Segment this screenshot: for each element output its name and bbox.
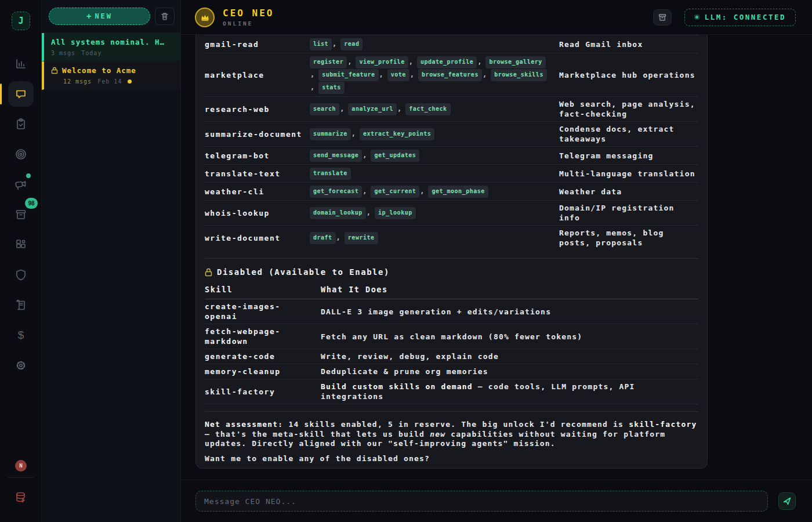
sidebar-item-inbox[interactable]: 98 — [8, 202, 34, 227]
disabled-skill-row: skill-factoryBuild custom skills on dema… — [205, 379, 698, 404]
skill-name: research-web — [205, 104, 310, 114]
composer — [181, 480, 812, 522]
sidebar-item-logs[interactable] — [8, 292, 34, 318]
conversation-title: All systems nominal. H… — [51, 38, 175, 46]
chat-list-panel: + NEW All systems nominal. H…3 msgsToday… — [42, 0, 181, 522]
skill-commands: summarize,extract_key_points — [310, 128, 559, 140]
send-button[interactable] — [778, 492, 796, 510]
command-tag: domain_lookup — [310, 207, 366, 219]
chat-icon — [14, 87, 28, 101]
command-tag: update_profile — [417, 56, 477, 68]
dollar-icon: $ — [18, 329, 24, 342]
skill-row: write-documentdraft,rewriteReports, memo… — [205, 225, 698, 250]
sidebar-item-shield[interactable] — [8, 262, 34, 288]
skill-commands: send_message,get_updates — [310, 149, 559, 162]
scroll-icon — [14, 298, 28, 312]
disabled-skill-row: fetch-webpage-markdownFetch any URL as c… — [205, 324, 698, 349]
followup-text: Want me to enable any of the disabled on… — [205, 454, 698, 463]
skill-name: fetch-webpage-markdown — [205, 327, 321, 346]
send-icon — [782, 496, 792, 506]
active-indicator — [0, 84, 2, 104]
skill-row: translate-texttranslateMulti-language tr… — [205, 164, 698, 182]
skill-description: Write, review, debug, explain code — [321, 351, 698, 361]
skill-commands: domain_lookup,ip_lookup — [310, 206, 559, 219]
disabled-skill-row: memory-cleanupDeduplicate & prune org me… — [205, 364, 698, 379]
message-input[interactable] — [195, 491, 768, 512]
command-tag: get_forecast — [310, 186, 362, 198]
command-tag: translate — [310, 168, 351, 180]
command-tag: search — [310, 103, 339, 115]
sidebar-item-chat[interactable] — [8, 81, 34, 107]
secondary-avatar[interactable]: N — [15, 460, 27, 472]
sidebar-item-camera[interactable] — [8, 172, 34, 197]
sidebar-item-billing[interactable]: $ — [8, 322, 34, 348]
shield-icon — [14, 268, 28, 282]
command-tag: list — [310, 38, 332, 50]
command-tag: get_updates — [371, 150, 419, 162]
sidebar-item-analytics[interactable] — [8, 51, 34, 77]
agent-avatar[interactable] — [195, 8, 215, 27]
command-tag: read — [340, 38, 362, 50]
skill-name: translate-text — [205, 169, 310, 179]
command-tag: browse_features — [418, 69, 482, 81]
lock-icon — [51, 67, 58, 74]
command-tag: view_profile — [356, 56, 408, 68]
disabled-table-header: Skill What It Does — [205, 281, 698, 299]
delete-chat-button[interactable] — [155, 8, 175, 25]
skill-commands: draft,rewrite — [310, 231, 559, 244]
skill-row: summarize-documentsummarize,extract_key_… — [205, 121, 698, 146]
skill-row: research-websearch,analyze_url,fact_chec… — [205, 96, 698, 121]
conversation-item[interactable]: All systems nominal. H…3 msgsToday — [42, 33, 180, 61]
skill-description: Deduplicate & prune org memories — [321, 367, 698, 376]
new-chat-button[interactable]: + NEW — [49, 8, 150, 25]
skill-row: gmail-readlist,readRead Gmail inbox — [205, 35, 698, 53]
sidebar-item-modules[interactable] — [8, 232, 34, 258]
user-avatar[interactable]: J — [12, 12, 30, 30]
command-tag: get_moon_phase — [428, 186, 488, 198]
skill-name: memory-cleanup — [205, 367, 321, 376]
sidebar-item-database[interactable] — [14, 490, 28, 506]
target-icon — [14, 147, 28, 161]
assessment-text: Net assessment: 14 skills enabled, 5 in … — [205, 420, 698, 449]
command-tag: extract_key_points — [360, 128, 434, 140]
app-window: J 98 — [0, 0, 812, 522]
skill-name: skill-factory — [205, 387, 321, 397]
conversation-item[interactable]: Welcome to Acme12 msgsFeb 14 — [42, 61, 180, 90]
skill-commands: get_forecast,get_current,get_moon_phase — [310, 185, 559, 198]
skill-name: marketplace — [205, 70, 310, 80]
skill-commands: register,view_profile,update_profile,bro… — [310, 56, 559, 94]
skill-commands: list,read — [310, 38, 559, 50]
column-header-what: What It Does — [321, 285, 698, 294]
command-tag: browse_skills — [491, 69, 547, 81]
archive-button[interactable] — [653, 9, 672, 26]
archive-box-icon — [658, 13, 667, 22]
command-tag: stats — [318, 82, 345, 94]
agent-name: CEO NEO — [223, 8, 274, 19]
crown-icon — [200, 13, 210, 21]
database-icon — [14, 490, 28, 504]
disabled-section-title: Disabled (Available to Enable) — [217, 267, 390, 277]
command-tag: rewrite — [345, 232, 378, 244]
assistant-message: gmail-readlist,readRead Gmail inboxmarke… — [195, 35, 708, 469]
blocks-icon — [14, 238, 28, 252]
command-tag: send_message — [310, 150, 362, 162]
badge-count: 98 — [25, 198, 38, 209]
command-tag: summarize — [310, 128, 351, 140]
sidebar-item-goals[interactable] — [8, 142, 34, 167]
sidebar-nav: 98 $ — [0, 51, 42, 378]
sidebar-item-settings[interactable] — [8, 353, 34, 378]
skill-commands: translate — [310, 167, 559, 180]
skill-description: DALL-E 3 image generation + edits/variat… — [321, 307, 698, 317]
skill-description: Web search, page analysis, fact-checking — [559, 99, 698, 119]
command-tag: browse_gallery — [485, 56, 545, 68]
skill-name: telegram-bot — [205, 151, 310, 161]
agent-status: ONLINE — [223, 20, 274, 27]
plus-icon: + — [86, 12, 91, 21]
conversation-list: All systems nominal. H…3 msgsTodayWelcom… — [42, 33, 180, 90]
disabled-skill-row: create-images-openaiDALL-E 3 image gener… — [205, 299, 698, 324]
llm-status-badge: LLM: CONNECTED — [684, 9, 796, 26]
sidebar-item-tasks[interactable] — [8, 111, 34, 137]
skill-description: Fetch any URL as clean markdown (80% few… — [321, 332, 698, 342]
skill-name: gmail-read — [205, 39, 310, 49]
skill-name: generate-code — [205, 351, 321, 361]
